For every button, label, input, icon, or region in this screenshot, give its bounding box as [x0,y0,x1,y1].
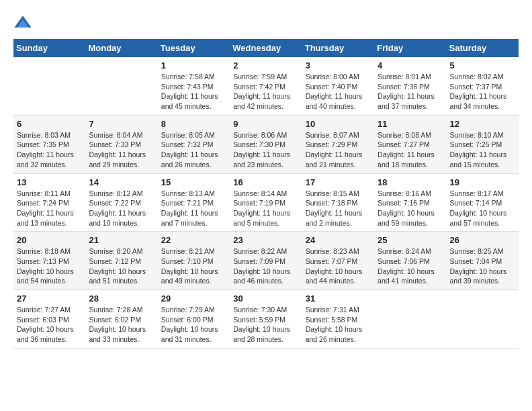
calendar-cell: 20Sunrise: 8:18 AM Sunset: 7:13 PM Dayli… [13,232,85,290]
day-number: 30 [233,293,298,304]
day-number: 8 [161,119,226,129]
calendar-cell: 9Sunrise: 8:06 AM Sunset: 7:30 PM Daylig… [230,115,302,173]
calendar-table: SundayMondayTuesdayWednesdayThursdayFrid… [13,39,519,349]
day-number: 1 [161,60,226,71]
day-number: 18 [378,177,443,187]
day-number: 11 [378,119,443,129]
day-number: 5 [450,60,515,71]
calendar-cell: 3Sunrise: 8:00 AM Sunset: 7:40 PM Daylig… [302,57,374,115]
calendar-cell: 17Sunrise: 8:15 AM Sunset: 7:18 PM Dayli… [302,173,374,232]
day-info: Sunrise: 8:21 AM Sunset: 7:10 PM Dayligh… [161,246,226,286]
calendar-cell: 13Sunrise: 8:11 AM Sunset: 7:24 PM Dayli… [13,173,85,232]
weekday-header: Wednesday [230,39,302,57]
day-number: 28 [89,293,154,304]
calendar-week-row: 1Sunrise: 7:58 AM Sunset: 7:43 PM Daylig… [13,57,519,115]
day-number: 26 [450,235,515,245]
calendar-cell: 29Sunrise: 7:29 AM Sunset: 6:00 PM Dayli… [158,290,230,349]
day-info: Sunrise: 7:28 AM Sunset: 6:02 PM Dayligh… [89,305,154,345]
calendar-cell: 14Sunrise: 8:12 AM Sunset: 7:22 PM Dayli… [85,173,157,232]
calendar-week-row: 6Sunrise: 8:03 AM Sunset: 7:35 PM Daylig… [13,115,519,173]
weekday-header: Sunday [13,39,85,57]
day-info: Sunrise: 8:07 AM Sunset: 7:29 PM Dayligh… [306,130,371,170]
calendar-cell [85,57,157,115]
day-number: 13 [17,177,82,187]
calendar-cell: 30Sunrise: 7:30 AM Sunset: 5:59 PM Dayli… [230,290,302,349]
day-info: Sunrise: 7:27 AM Sunset: 6:03 PM Dayligh… [17,305,82,345]
day-info: Sunrise: 8:00 AM Sunset: 7:40 PM Dayligh… [306,72,371,111]
day-number: 10 [306,119,371,129]
day-number: 4 [378,60,443,71]
weekday-header: Tuesday [158,39,230,57]
calendar-cell: 25Sunrise: 8:24 AM Sunset: 7:06 PM Dayli… [374,232,446,290]
day-number: 22 [161,235,226,245]
day-number: 29 [161,293,226,304]
day-number: 21 [89,235,154,245]
day-info: Sunrise: 8:20 AM Sunset: 7:12 PM Dayligh… [89,246,154,286]
calendar-cell: 8Sunrise: 8:05 AM Sunset: 7:32 PM Daylig… [158,115,230,173]
calendar-week-row: 27Sunrise: 7:27 AM Sunset: 6:03 PM Dayli… [13,290,519,349]
day-info: Sunrise: 7:58 AM Sunset: 7:43 PM Dayligh… [161,72,226,111]
calendar-cell: 6Sunrise: 8:03 AM Sunset: 7:35 PM Daylig… [13,115,85,173]
calendar-cell: 31Sunrise: 7:31 AM Sunset: 5:58 PM Dayli… [302,290,374,349]
weekday-header: Thursday [302,39,374,57]
day-info: Sunrise: 8:04 AM Sunset: 7:33 PM Dayligh… [89,130,154,170]
day-number: 23 [233,235,298,245]
day-info: Sunrise: 8:10 AM Sunset: 7:25 PM Dayligh… [450,130,515,170]
day-info: Sunrise: 8:05 AM Sunset: 7:32 PM Dayligh… [161,130,226,170]
day-info: Sunrise: 7:29 AM Sunset: 6:00 PM Dayligh… [161,305,226,345]
calendar-cell: 2Sunrise: 7:59 AM Sunset: 7:42 PM Daylig… [230,57,302,115]
calendar-cell: 24Sunrise: 8:23 AM Sunset: 7:07 PM Dayli… [302,232,374,290]
day-info: Sunrise: 8:18 AM Sunset: 7:13 PM Dayligh… [17,246,82,286]
calendar-cell: 18Sunrise: 8:16 AM Sunset: 7:16 PM Dayli… [374,173,446,232]
day-info: Sunrise: 7:30 AM Sunset: 5:59 PM Dayligh… [233,305,298,345]
page-header [13,13,519,32]
day-number: 3 [306,60,371,71]
calendar-week-row: 20Sunrise: 8:18 AM Sunset: 7:13 PM Dayli… [13,232,519,290]
day-info: Sunrise: 7:31 AM Sunset: 5:58 PM Dayligh… [306,305,371,345]
calendar-cell: 7Sunrise: 8:04 AM Sunset: 7:33 PM Daylig… [85,115,157,173]
day-number: 20 [17,235,82,245]
weekday-header-row: SundayMondayTuesdayWednesdayThursdayFrid… [13,39,519,57]
calendar-cell: 28Sunrise: 7:28 AM Sunset: 6:02 PM Dayli… [85,290,157,349]
day-number: 2 [233,60,298,71]
day-info: Sunrise: 8:12 AM Sunset: 7:22 PM Dayligh… [89,189,154,228]
day-number: 25 [378,235,443,245]
calendar-cell: 4Sunrise: 8:01 AM Sunset: 7:38 PM Daylig… [374,57,446,115]
day-info: Sunrise: 8:23 AM Sunset: 7:07 PM Dayligh… [306,246,371,286]
calendar-cell: 22Sunrise: 8:21 AM Sunset: 7:10 PM Dayli… [158,232,230,290]
day-info: Sunrise: 8:14 AM Sunset: 7:19 PM Dayligh… [233,189,298,228]
calendar-cell: 5Sunrise: 8:02 AM Sunset: 7:37 PM Daylig… [447,57,519,115]
day-number: 9 [233,119,298,129]
calendar-cell: 11Sunrise: 8:08 AM Sunset: 7:27 PM Dayli… [374,115,446,173]
calendar-cell: 1Sunrise: 7:58 AM Sunset: 7:43 PM Daylig… [158,57,230,115]
calendar-cell: 23Sunrise: 8:22 AM Sunset: 7:09 PM Dayli… [230,232,302,290]
day-number: 16 [233,177,298,187]
day-info: Sunrise: 8:16 AM Sunset: 7:16 PM Dayligh… [378,189,443,228]
day-info: Sunrise: 8:13 AM Sunset: 7:21 PM Dayligh… [161,189,226,228]
day-number: 19 [450,177,515,187]
calendar-cell: 16Sunrise: 8:14 AM Sunset: 7:19 PM Dayli… [230,173,302,232]
day-info: Sunrise: 8:06 AM Sunset: 7:30 PM Dayligh… [233,130,298,170]
day-info: Sunrise: 8:03 AM Sunset: 7:35 PM Dayligh… [17,130,82,170]
calendar-cell: 26Sunrise: 8:25 AM Sunset: 7:04 PM Dayli… [447,232,519,290]
day-info: Sunrise: 8:08 AM Sunset: 7:27 PM Dayligh… [378,130,443,170]
day-number: 6 [17,119,82,129]
day-info: Sunrise: 8:11 AM Sunset: 7:24 PM Dayligh… [17,189,82,228]
day-number: 17 [306,177,371,187]
calendar-week-row: 13Sunrise: 8:11 AM Sunset: 7:24 PM Dayli… [13,173,519,232]
day-number: 14 [89,177,154,187]
day-number: 27 [17,293,82,304]
day-number: 12 [450,119,515,129]
calendar-cell: 21Sunrise: 8:20 AM Sunset: 7:12 PM Dayli… [85,232,157,290]
day-info: Sunrise: 8:24 AM Sunset: 7:06 PM Dayligh… [378,246,443,286]
day-info: Sunrise: 8:15 AM Sunset: 7:18 PM Dayligh… [306,189,371,228]
calendar-cell: 12Sunrise: 8:10 AM Sunset: 7:25 PM Dayli… [447,115,519,173]
calendar-cell: 27Sunrise: 7:27 AM Sunset: 6:03 PM Dayli… [13,290,85,349]
day-info: Sunrise: 8:17 AM Sunset: 7:14 PM Dayligh… [450,189,515,228]
day-info: Sunrise: 8:22 AM Sunset: 7:09 PM Dayligh… [233,246,298,286]
day-info: Sunrise: 8:01 AM Sunset: 7:38 PM Dayligh… [378,72,443,111]
day-info: Sunrise: 7:59 AM Sunset: 7:42 PM Dayligh… [233,72,298,111]
day-number: 15 [161,177,226,187]
calendar-cell: 15Sunrise: 8:13 AM Sunset: 7:21 PM Dayli… [158,173,230,232]
calendar-cell: 10Sunrise: 8:07 AM Sunset: 7:29 PM Dayli… [302,115,374,173]
